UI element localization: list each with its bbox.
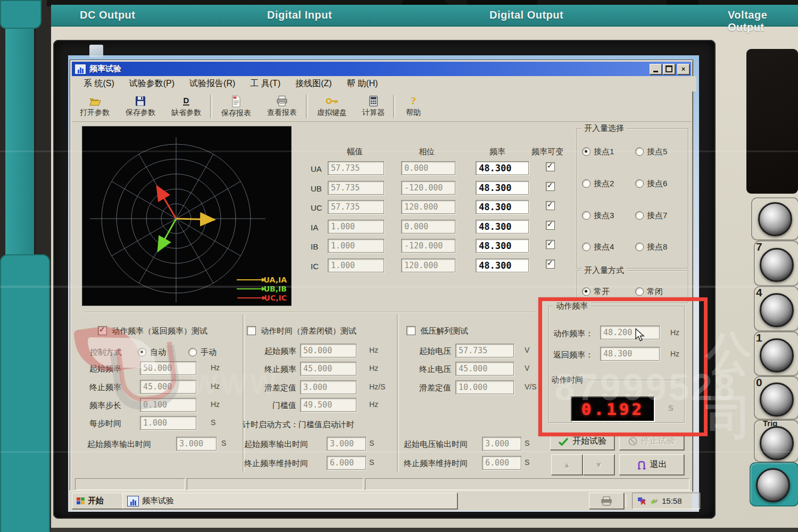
ib-phase-field[interactable] — [401, 239, 455, 253]
menu-test-params[interactable]: 试验参数(P) — [123, 77, 181, 91]
save-params-button[interactable]: 保存参数 — [118, 93, 163, 120]
ub-frequency-field[interactable] — [476, 181, 529, 195]
radio-contact-2-label[interactable]: 接点2 — [594, 179, 614, 189]
uc-phase-field[interactable] — [401, 200, 455, 214]
panel-c-end-voltage-field[interactable] — [455, 362, 514, 376]
panel-b-title[interactable]: 动作时间（滑差闭锁）测试 — [261, 326, 356, 336]
radio-contact-4[interactable] — [582, 243, 591, 251]
panel-a-freq-step-field[interactable] — [140, 398, 196, 412]
panel-b-slip-setting-field[interactable] — [300, 380, 356, 394]
panel-b-start-output-time-field[interactable] — [327, 437, 366, 451]
ub-freq-variable-checkbox[interactable] — [546, 182, 555, 191]
move-up-button[interactable]: ▲ — [551, 454, 583, 475]
panel-a-start-freq-field[interactable] — [140, 361, 196, 375]
menu-help[interactable]: 帮 助(H) — [340, 77, 385, 91]
radio-contact-7-label[interactable]: 接点7 — [647, 211, 667, 221]
keypad-trig-knob[interactable] — [760, 426, 794, 460]
radio-normally-open-label[interactable]: 常开 — [594, 287, 610, 297]
radio-manual-label[interactable]: 手动 — [201, 347, 217, 358]
ic-amplitude-field[interactable] — [328, 259, 384, 272]
panel-a-title[interactable]: 动作频率（返回频率）测试 — [112, 326, 207, 336]
panel-c-start-output-time-field[interactable] — [482, 437, 521, 451]
ua-freq-variable-checkbox[interactable] — [546, 162, 555, 171]
panel-c-slip-setting-field[interactable] — [455, 380, 514, 394]
start-button[interactable]: 开始 — [72, 493, 125, 509]
panel-c-start-voltage-field[interactable] — [455, 344, 514, 358]
virtual-keyboard-button[interactable]: 虚拟键盘 — [309, 93, 355, 120]
ia-frequency-field[interactable] — [476, 220, 529, 234]
radio-contact-8[interactable] — [635, 243, 644, 251]
side-knob[interactable] — [758, 202, 792, 236]
ia-phase-field[interactable] — [401, 220, 455, 234]
panel-b-end-hold-time-field[interactable] — [327, 456, 366, 470]
maximize-button[interactable] — [663, 64, 675, 74]
radio-normally-closed-label[interactable]: 常闭 — [647, 287, 663, 297]
radio-contact-1-label[interactable]: 接点1 — [594, 147, 614, 157]
ic-phase-field[interactable] — [401, 259, 455, 272]
panel-c-title[interactable]: 低压解列测试 — [420, 326, 468, 336]
ia-freq-variable-checkbox[interactable] — [546, 221, 555, 230]
ia-amplitude-field[interactable] — [328, 220, 384, 234]
radio-contact-5[interactable] — [635, 147, 644, 156]
ic-frequency-field[interactable] — [476, 259, 529, 272]
keypad-7-knob[interactable] — [760, 248, 794, 282]
keypad-0-knob[interactable] — [760, 383, 794, 417]
ib-frequency-field[interactable] — [476, 239, 529, 253]
radio-contact-2[interactable] — [582, 179, 591, 188]
keypad-1-knob[interactable] — [760, 338, 794, 372]
radio-auto[interactable] — [138, 348, 146, 356]
default-params-button[interactable]: D 缺省参数 — [163, 93, 209, 120]
radio-contact-4-label[interactable]: 接点4 — [594, 242, 614, 252]
ua-phase-field[interactable] — [401, 161, 455, 175]
taskbar-app-frequency-test[interactable]: 频率试验 — [122, 493, 458, 509]
close-button[interactable]: × — [677, 64, 689, 74]
panel-a-enable-checkbox[interactable] — [98, 326, 107, 335]
panel-b-enable-checkbox[interactable] — [247, 326, 256, 335]
keypad-4-knob[interactable] — [760, 293, 794, 327]
ua-amplitude-field[interactable] — [328, 161, 384, 175]
offline-network-icon[interactable] — [637, 497, 646, 505]
exit-button[interactable]: 退出 — [619, 454, 684, 475]
panel-c-enable-checkbox[interactable] — [406, 326, 415, 335]
radio-contact-7[interactable] — [635, 211, 644, 220]
help-button[interactable]: ? 帮助 — [396, 93, 430, 120]
desktop-icon[interactable] — [89, 45, 103, 57]
ic-freq-variable-checkbox[interactable] — [546, 260, 555, 269]
menu-test-report[interactable]: 试验报告(R) — [183, 77, 242, 91]
calculator-button[interactable]: 计算器 — [355, 93, 392, 120]
minimize-button[interactable] — [650, 64, 662, 74]
save-report-button[interactable]: 保存报表 — [213, 93, 259, 120]
radio-contact-1[interactable] — [582, 147, 591, 156]
taskbar-printer-button[interactable] — [589, 493, 624, 509]
tray-card-icon[interactable] — [650, 497, 659, 505]
ub-phase-field[interactable] — [401, 181, 455, 195]
teal-knob[interactable] — [756, 468, 790, 502]
menu-wiring-diagram[interactable]: 接线图(Z) — [289, 77, 338, 91]
radio-manual[interactable] — [188, 348, 197, 356]
open-params-button[interactable]: 打开参数 — [72, 93, 118, 120]
move-down-button[interactable]: ▼ — [583, 454, 614, 475]
radio-contact-5-label[interactable]: 接点5 — [647, 147, 667, 157]
view-report-button[interactable]: 查看报表 — [259, 93, 305, 120]
panel-a-step-time-field[interactable] — [140, 416, 196, 430]
menu-tools[interactable]: 工 具(T) — [244, 77, 287, 91]
panel-c-end-hold-time-field[interactable] — [482, 456, 521, 470]
radio-contact-6[interactable] — [635, 179, 644, 188]
panel-b-start-freq-field[interactable] — [300, 344, 356, 358]
radio-normally-open[interactable] — [582, 287, 591, 296]
title-bar[interactable]: 频率试验 × — [72, 62, 691, 76]
radio-contact-8-label[interactable]: 接点8 — [647, 242, 667, 252]
uc-frequency-field[interactable] — [476, 200, 529, 214]
radio-auto-label[interactable]: 自动 — [150, 347, 166, 358]
panel-a-start-output-time-field[interactable] — [176, 437, 217, 451]
uc-amplitude-field[interactable] — [328, 200, 384, 214]
radio-contact-3-label[interactable]: 接点3 — [594, 211, 614, 221]
ib-freq-variable-checkbox[interactable] — [546, 240, 555, 249]
uc-freq-variable-checkbox[interactable] — [546, 201, 555, 210]
radio-contact-3[interactable] — [582, 211, 591, 220]
menu-system[interactable]: 系 统(S) — [77, 77, 121, 91]
panel-a-end-freq-field[interactable] — [140, 380, 196, 394]
panel-b-end-freq-field[interactable] — [300, 362, 356, 376]
radio-normally-closed[interactable] — [635, 287, 644, 296]
ua-frequency-field[interactable] — [476, 161, 529, 175]
